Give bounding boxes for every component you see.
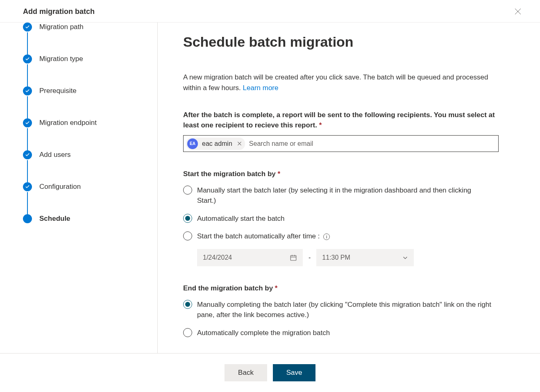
calendar-icon: [290, 254, 297, 261]
check-icon: [23, 23, 32, 32]
avatar: EA: [187, 138, 198, 149]
start-batch-group: Start the migration batch by * Manually …: [183, 169, 515, 266]
check-icon: [23, 150, 32, 159]
step-prerequisite[interactable]: Prerequisite: [23, 86, 157, 118]
start-option-auto[interactable]: Automatically start the batch: [183, 213, 515, 224]
main-content: Schedule batch migration A new migration…: [158, 23, 540, 353]
check-icon: [23, 118, 32, 127]
radio-icon: [183, 214, 192, 223]
datetime-separator: -: [309, 254, 311, 261]
check-icon: [23, 86, 32, 95]
step-list: Migration path Migration type Prerequisi…: [23, 23, 157, 223]
start-batch-label-text: Start the migration batch by: [183, 170, 276, 178]
recipients-label-text: After the batch is complete, a report wi…: [183, 111, 495, 129]
chip-name: eac admin: [202, 140, 232, 147]
end-option-auto[interactable]: Automatically complete the migration bat…: [183, 328, 515, 338]
learn-more-link[interactable]: Learn more: [243, 84, 279, 92]
step-label: Migration endpoint: [39, 119, 97, 127]
step-label: Migration type: [39, 55, 83, 63]
radio-label: Automatically start the batch: [197, 213, 285, 224]
radio-label: Automatically complete the migration bat…: [197, 328, 330, 338]
save-button[interactable]: Save: [273, 364, 315, 381]
recipient-chip: EA eac admin: [186, 138, 245, 150]
recipients-label: After the batch is complete, a report wi…: [183, 110, 499, 130]
step-label: Schedule: [39, 215, 70, 223]
step-migration-path[interactable]: Migration path: [23, 23, 157, 54]
step-label: Configuration: [39, 183, 81, 191]
current-step-icon: [23, 214, 32, 223]
steps-sidebar: Migration path Migration type Prerequisi…: [0, 23, 158, 353]
date-value: 1/24/2024: [203, 254, 232, 261]
close-button[interactable]: [513, 6, 523, 18]
end-option-manual[interactable]: Manually completing the batch later (by …: [183, 299, 515, 320]
step-migration-endpoint[interactable]: Migration endpoint: [23, 118, 157, 150]
chevron-down-icon: [402, 255, 408, 261]
time-value: 11:30 PM: [322, 254, 350, 261]
step-label: Add users: [39, 151, 71, 159]
panel-title: Add migration batch: [23, 7, 95, 16]
radio-label: Start the batch automatically after time…: [197, 231, 330, 242]
end-batch-label: End the migration batch by *: [183, 283, 499, 294]
svg-rect-4: [290, 256, 296, 261]
description: A new migration batch will be created af…: [183, 72, 499, 93]
description-text: A new migration batch will be created af…: [183, 73, 488, 92]
step-add-users[interactable]: Add users: [23, 150, 157, 182]
end-batch-label-text: End the migration batch by: [183, 284, 273, 292]
back-button[interactable]: Back: [225, 364, 267, 381]
recipient-input[interactable]: EA eac admin: [183, 135, 499, 152]
close-icon: [237, 141, 242, 146]
radio-label: Manually start the batch later (by selec…: [197, 185, 492, 206]
step-configuration[interactable]: Configuration: [23, 182, 157, 214]
datetime-row: 1/24/2024 - 11:30 PM: [197, 249, 515, 266]
close-icon: [515, 8, 521, 15]
footer: Back Save: [0, 353, 540, 392]
step-migration-type[interactable]: Migration type: [23, 54, 157, 86]
start-option-manual[interactable]: Manually start the batch later (by selec…: [183, 185, 515, 206]
start-batch-label: Start the migration batch by *: [183, 169, 499, 179]
radio-label: Manually completing the batch later (by …: [197, 299, 492, 320]
required-indicator: *: [275, 284, 278, 292]
content-wrapper: Migration path Migration type Prerequisi…: [0, 23, 540, 353]
date-input[interactable]: 1/24/2024: [197, 249, 303, 266]
step-schedule[interactable]: Schedule: [23, 214, 157, 223]
radio-icon: [183, 300, 192, 309]
page-title: Schedule batch migration: [183, 34, 515, 50]
radio-icon: [183, 328, 192, 337]
panel-header: Add migration batch: [0, 0, 540, 23]
start-option-after-time[interactable]: Start the batch automatically after time…: [183, 231, 515, 242]
step-label: Prerequisite: [39, 87, 77, 95]
check-icon: [23, 182, 32, 191]
radio-icon: [183, 231, 192, 240]
end-batch-group: End the migration batch by * Manually co…: [183, 283, 515, 338]
step-label: Migration path: [39, 23, 84, 31]
chip-remove-button[interactable]: [236, 139, 243, 148]
recipient-search-input[interactable]: [249, 140, 496, 147]
required-indicator: *: [319, 121, 322, 129]
required-indicator: *: [277, 170, 280, 178]
radio-icon: [183, 186, 192, 195]
radio-label-text: Start the batch automatically after time…: [197, 232, 320, 240]
info-icon[interactable]: i: [323, 233, 330, 240]
check-icon: [23, 54, 32, 63]
time-input[interactable]: 11:30 PM: [316, 249, 414, 266]
